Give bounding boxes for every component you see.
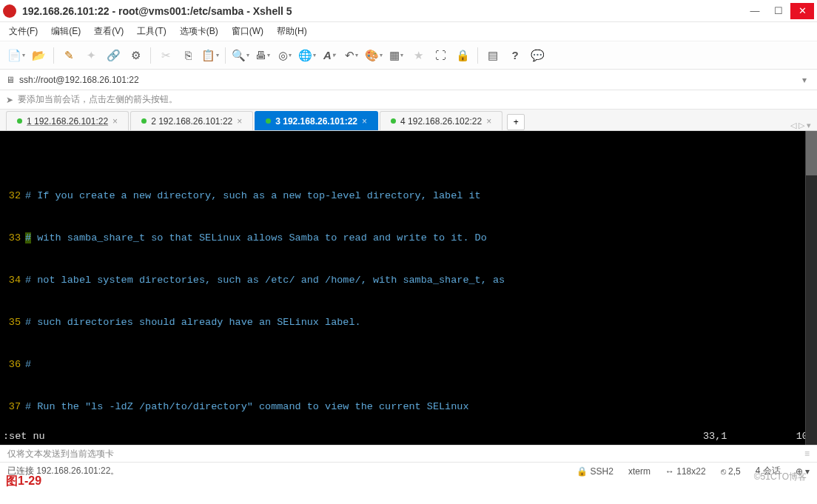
menu-tools[interactable]: 工具(T) bbox=[137, 25, 166, 38]
font-icon: A bbox=[323, 49, 332, 61]
copy-button[interactable]: ⎘ bbox=[178, 45, 198, 66]
toolbar: 📄 📂 ✎ ✦ 🔗 ⚙ ✂ ⎘ 📋 🔍 🖶 ◎ 🌐 A ↶ 🎨 ▦ ★ ⛶ 🔒 … bbox=[0, 41, 817, 70]
close-tab-icon[interactable]: × bbox=[112, 116, 118, 127]
open-button[interactable]: 📂 bbox=[28, 45, 49, 66]
vim-cursor-pos: 33,1 bbox=[703, 429, 777, 443]
undo-button[interactable]: ↶ bbox=[341, 45, 362, 66]
hint-menu[interactable]: ≡ bbox=[804, 448, 810, 459]
title-bar: 192.168.26.101:22 - root@vms001:/etc/sam… bbox=[0, 0, 817, 22]
session-tab-2[interactable]: 2 192.168.26.101:22 × bbox=[130, 111, 253, 130]
add-tab-button[interactable]: + bbox=[507, 114, 525, 130]
code-line: 36# bbox=[0, 357, 817, 372]
lock-icon: 🔒 bbox=[576, 466, 588, 477]
menu-bar: 文件(F) 编辑(E) 查看(V) 工具(T) 选项卡(B) 窗口(W) 帮助(… bbox=[0, 22, 817, 41]
session-tab-3[interactable]: 3 192.168.26.101:22 × bbox=[255, 111, 378, 130]
connected-icon bbox=[141, 118, 147, 124]
menu-edit[interactable]: 编辑(E) bbox=[51, 25, 81, 38]
menu-window[interactable]: 窗口(W) bbox=[232, 25, 263, 38]
menu-help[interactable]: 帮助(H) bbox=[277, 25, 307, 38]
close-tab-icon[interactable]: × bbox=[237, 116, 242, 127]
undo-icon: ↶ bbox=[345, 49, 354, 62]
code-line: 35# such directories should already have… bbox=[0, 315, 817, 329]
color-icon: 🎨 bbox=[365, 49, 379, 62]
font-button[interactable]: A bbox=[319, 45, 340, 66]
target-button[interactable]: ◎ bbox=[275, 45, 295, 66]
tab-label: 1 192.168.26.101:22 bbox=[27, 116, 108, 127]
favorite-button[interactable]: ★ bbox=[408, 45, 428, 66]
tab-label: 4 192.168.26.102:22 bbox=[400, 116, 482, 127]
paste-button[interactable]: 📋 bbox=[200, 45, 221, 66]
lock-icon: 🔒 bbox=[456, 49, 470, 62]
info-bar: ➤ 要添加当前会话，点击左侧的箭头按钮。 bbox=[0, 90, 817, 110]
folder-icon: 📂 bbox=[32, 49, 46, 62]
reconnect-button[interactable]: 🔗 bbox=[103, 45, 124, 66]
maximize-button[interactable]: ☐ bbox=[767, 3, 790, 19]
hint-text: 仅将文本发送到当前选项卡 bbox=[7, 448, 114, 460]
properties-button[interactable]: ⚙ bbox=[125, 45, 146, 66]
wand-button[interactable]: ✦ bbox=[81, 45, 101, 66]
calendar-button[interactable]: ▤ bbox=[483, 45, 503, 66]
address-menu[interactable]: ▾ bbox=[798, 75, 811, 85]
help-button[interactable]: ? bbox=[505, 45, 525, 66]
star-icon: ★ bbox=[414, 49, 423, 62]
code-line: 33# # with samba_share_t so that SELinux… bbox=[0, 231, 817, 245]
separator bbox=[150, 47, 151, 64]
window-title: 192.168.26.101:22 - root@vms001:/etc/sam… bbox=[22, 5, 743, 17]
close-tab-icon[interactable]: × bbox=[486, 116, 491, 127]
vim-status-line: :set nu 33,1 10% bbox=[0, 428, 817, 445]
close-tab-icon[interactable]: × bbox=[362, 116, 367, 127]
search-button[interactable]: 🔍 bbox=[230, 45, 251, 66]
protocol-icon: 🖥 bbox=[6, 75, 15, 85]
globe-icon: 🌐 bbox=[298, 49, 312, 62]
figure-label: 图1-29 bbox=[6, 474, 41, 489]
code-line: 37# Run the "ls -ldZ /path/to/directory"… bbox=[0, 400, 817, 414]
cut-icon: ✂ bbox=[161, 49, 171, 62]
close-button[interactable]: ✕ bbox=[790, 3, 814, 19]
status-size: ↔ 118x22 bbox=[665, 466, 706, 477]
menu-view[interactable]: 查看(V) bbox=[94, 25, 124, 38]
status-term: xterm bbox=[628, 466, 650, 477]
copy-icon: ⎘ bbox=[185, 49, 192, 61]
tab-nav[interactable]: ◁ ▷ ▾ bbox=[790, 121, 811, 130]
separator bbox=[477, 47, 478, 64]
target-icon: ◎ bbox=[278, 49, 288, 62]
color-button[interactable]: 🎨 bbox=[363, 45, 384, 66]
session-tab-1[interactable]: 1 192.168.26.101:22 × bbox=[6, 111, 129, 130]
chat-button[interactable]: 💬 bbox=[527, 45, 548, 66]
scrollbar-thumb[interactable] bbox=[806, 131, 817, 175]
status-caps: ⎋ 2,5 bbox=[721, 466, 741, 477]
menu-tab[interactable]: 选项卡(B) bbox=[180, 25, 218, 38]
arrow-icon[interactable]: ➤ bbox=[6, 95, 13, 105]
minimize-button[interactable]: — bbox=[743, 3, 767, 19]
watermark: ©51CTO博客 bbox=[754, 471, 807, 483]
caps-icon: ⎋ bbox=[721, 466, 726, 477]
terminal-content: 32# If you create a new directory, such … bbox=[0, 159, 817, 445]
send-to-hint: 仅将文本发送到当前选项卡 ≡ bbox=[0, 445, 817, 462]
resize-icon: ↔ bbox=[665, 466, 674, 477]
info-text: 要添加当前会话，点击左侧的箭头按钮。 bbox=[18, 93, 178, 106]
lock-button[interactable]: 🔒 bbox=[452, 45, 473, 66]
terminal-view[interactable]: 32# If you create a new directory, such … bbox=[0, 131, 817, 445]
app-icon bbox=[3, 4, 16, 18]
cut-button[interactable]: ✂ bbox=[155, 45, 176, 66]
new-session-button[interactable]: 📄 bbox=[6, 45, 27, 66]
tab-label: 3 192.168.26.101:22 bbox=[275, 116, 357, 127]
edit-button[interactable]: ✎ bbox=[58, 45, 79, 66]
globe-button[interactable]: 🌐 bbox=[297, 45, 317, 66]
app-button[interactable]: ▦ bbox=[386, 45, 406, 66]
code-line: 32# If you create a new directory, such … bbox=[0, 189, 817, 203]
code-line: 34# not label system directories, such a… bbox=[0, 273, 817, 287]
calendar-icon: ▤ bbox=[488, 49, 498, 62]
new-session-icon: 📄 bbox=[7, 49, 21, 62]
session-tab-4[interactable]: 4 192.168.26.102:22 × bbox=[380, 111, 502, 130]
scrollbar-vertical[interactable] bbox=[805, 131, 817, 445]
pencil-icon: ✎ bbox=[64, 49, 74, 62]
paste-icon: 📋 bbox=[201, 49, 215, 62]
menu-file[interactable]: 文件(F) bbox=[9, 25, 38, 38]
address-field[interactable]: ssh://root@192.168.26.101:22 bbox=[19, 75, 798, 85]
connection-status: 已连接 192.168.26.101:22。 bbox=[7, 465, 562, 477]
connected-icon bbox=[17, 118, 22, 124]
vim-command: :set nu bbox=[3, 429, 703, 443]
fullscreen-button[interactable]: ⛶ bbox=[430, 45, 451, 66]
print-button[interactable]: 🖶 bbox=[252, 45, 273, 66]
